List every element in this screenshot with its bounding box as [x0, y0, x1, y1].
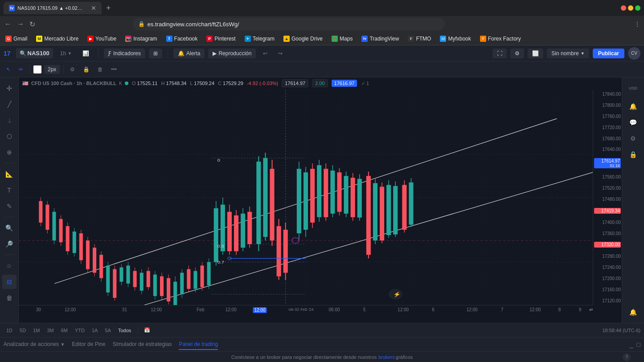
trash-icon[interactable]: 🗑 [2, 291, 16, 305]
tf-3m-btn[interactable]: 3M [44, 326, 56, 334]
notification-right-icon[interactable]: 🔔 [626, 305, 640, 319]
bookmark-tradingview[interactable]: tv TradingView [360, 35, 401, 43]
time-8: 8 [558, 307, 561, 312]
tf-5d-btn[interactable]: 5D [17, 326, 29, 334]
symbol-selector[interactable]: 🔍 NAS100 [16, 48, 53, 58]
bookmark-facebook[interactable]: f Facebook [164, 35, 200, 43]
fib-icon[interactable]: 📐 [2, 167, 16, 181]
fullscreen-btn[interactable]: ⛶ [492, 49, 507, 58]
annotation-icon[interactable]: ✎ [2, 199, 16, 213]
layout-icon: ⬜ [532, 50, 539, 57]
zoom-out-icon[interactable]: 🔎 [2, 237, 16, 251]
crosshair-tool-icon[interactable]: ✛ [2, 81, 16, 95]
bookmark-mercadolibre[interactable]: M Mercado Libre [34, 35, 80, 43]
tab-strategy-tester[interactable]: Simulador de estrategias [113, 339, 172, 350]
cursor-tool-btn[interactable]: ↖ [4, 65, 13, 74]
chart-type-btn[interactable]: 📊 [79, 49, 93, 58]
save-chevron: ▼ [581, 51, 585, 56]
sidebar-sep-1 [4, 163, 15, 163]
bookmark-ftmo[interactable]: F FTMO [406, 35, 433, 43]
pencil-tool-btn[interactable]: ✏ [16, 65, 26, 74]
alert-right-icon[interactable]: 🔔 [626, 99, 640, 114]
maps-label: Maps [340, 36, 353, 42]
redo-btn[interactable]: ↪ [275, 49, 286, 58]
draw-more-btn[interactable]: ••• [108, 65, 119, 74]
trend-line-icon[interactable]: ╱ [2, 97, 16, 111]
new-tab-btn[interactable]: + [103, 3, 114, 14]
tf-1a-btn[interactable]: 1A [89, 326, 100, 334]
watchlist-icon[interactable]: ☆ [2, 259, 16, 273]
footer-right-btns: _ □ [630, 341, 640, 348]
save-name-btn[interactable]: Sin nombre ▼ [547, 49, 589, 58]
address-bar[interactable]: 🔒 es.tradingview.com/chart/ftZL6sWg/ [133, 18, 445, 30]
svg-text:0: 0 [217, 158, 221, 163]
minimize-window-btn[interactable] [628, 5, 633, 11]
tf-1d-btn[interactable]: 1D [4, 326, 15, 334]
bookmark-youtube[interactable]: ▶ YouTube [86, 35, 118, 43]
nav-reload-btn[interactable]: ↻ [29, 19, 36, 29]
timeframe-btn[interactable]: 1h ▼ [57, 49, 75, 58]
bookmark-maps[interactable]: 📍 Maps [330, 35, 354, 43]
price-17720: 17720.00 [594, 125, 621, 130]
tf-all-btn[interactable]: Todos [115, 326, 134, 334]
settings-btn[interactable]: ⚙ [510, 49, 524, 58]
nav-forward-btn[interactable]: → [16, 19, 25, 29]
settings-right-icon[interactable]: ⚙ [626, 131, 640, 146]
footer-minimize-btn[interactable]: _ [630, 341, 633, 348]
bookmark-telegram[interactable]: ✈ Telegram [243, 35, 276, 43]
draw-settings-btn[interactable]: ⚙ [67, 65, 78, 74]
bookmark-pinterest[interactable]: P Pinterest [205, 35, 237, 43]
undo-btn[interactable]: ↩ [259, 49, 271, 58]
tf-ytd-btn[interactable]: YTD [72, 326, 87, 334]
draw-lock-btn[interactable]: 🔒 [80, 65, 92, 74]
tab-trading-panel[interactable]: Panel de trading [179, 339, 217, 350]
time-expand-btn[interactable]: ⇄ [589, 307, 593, 312]
publish-btn[interactable]: Publicar [593, 49, 624, 58]
tf-1m-btn[interactable]: 1M [30, 326, 42, 334]
mercadolibre-icon: M [36, 36, 42, 42]
line-color-picker[interactable] [33, 65, 41, 73]
active-tab[interactable]: tv NAS100 17615.09 ▲ +0.02% S... ✕ [4, 2, 102, 14]
tab-close-btn[interactable]: ✕ [91, 4, 96, 12]
mercadolibre-label: Mercado Libre [44, 36, 78, 42]
help-btn[interactable]: ? [623, 353, 631, 361]
forexfactory-icon: ff [480, 36, 486, 42]
extensions-btn[interactable]: ⋮ [634, 20, 640, 28]
bookmark-myfxbook[interactable]: M Myfxbook [438, 35, 472, 43]
chat-icon[interactable]: 💬 [626, 115, 640, 130]
alert-btn[interactable]: 🔔 Alerta [173, 49, 205, 58]
chart-container[interactable]: 🇺🇸 CFD US 100 Cash · 1h · BLACKBULL K O … [19, 77, 622, 323]
draw-delete-btn[interactable]: 🗑 [95, 65, 106, 74]
tab-stock-analyzer[interactable]: Analizador de acciones ▼ [4, 339, 65, 350]
tf-sep [137, 327, 138, 334]
layout-btn[interactable]: ⬜ [528, 49, 543, 58]
zoom-in-icon[interactable]: 🔍 [2, 221, 16, 235]
bookmark-forexfactory[interactable]: ff Forex Factory [478, 35, 523, 43]
channel-icon[interactable]: ⟂ [2, 113, 16, 127]
time-1200-1: 12:00 [65, 307, 76, 312]
nav-back-btn[interactable]: ← [4, 19, 12, 29]
user-avatar[interactable]: CV [628, 47, 640, 60]
footer-maximize-btn[interactable]: □ [637, 341, 640, 348]
calendar-btn[interactable]: 📅 [141, 326, 153, 334]
lock-right-icon[interactable]: 🔒 [626, 147, 640, 162]
price-badge-2: 2.00 [312, 79, 328, 87]
tf-6m-btn[interactable]: 6M [58, 326, 70, 334]
tf-5a-btn[interactable]: 5A [102, 326, 113, 334]
alert-icon: 🔔 [178, 50, 185, 57]
tab-pine-editor[interactable]: Editor de Pine [72, 339, 105, 350]
bookmark-instagram[interactable]: 📷 Instagram [123, 35, 159, 43]
close-window-btn[interactable] [621, 5, 626, 11]
indicators-btn[interactable]: Ƒ Indicadores [104, 49, 145, 58]
status-link[interactable]: brokers [378, 354, 395, 360]
active-drawings-icon[interactable]: ⊟ [2, 275, 16, 289]
template-btn[interactable]: ⊞ [149, 49, 162, 58]
measure-icon[interactable]: ⊕ [2, 145, 16, 159]
maximize-window-btn[interactable] [635, 5, 640, 11]
replay-btn[interactable]: ▶ Reproducción [208, 49, 256, 58]
line-thickness-btn[interactable]: 2px [44, 65, 60, 74]
shapes-icon[interactable]: ⬡ [2, 129, 16, 143]
bookmark-gmail[interactable]: G Gmail [4, 35, 29, 43]
text-tool-icon[interactable]: T [2, 183, 16, 197]
bookmark-googledrive[interactable]: ▲ Google Drive [282, 35, 324, 43]
